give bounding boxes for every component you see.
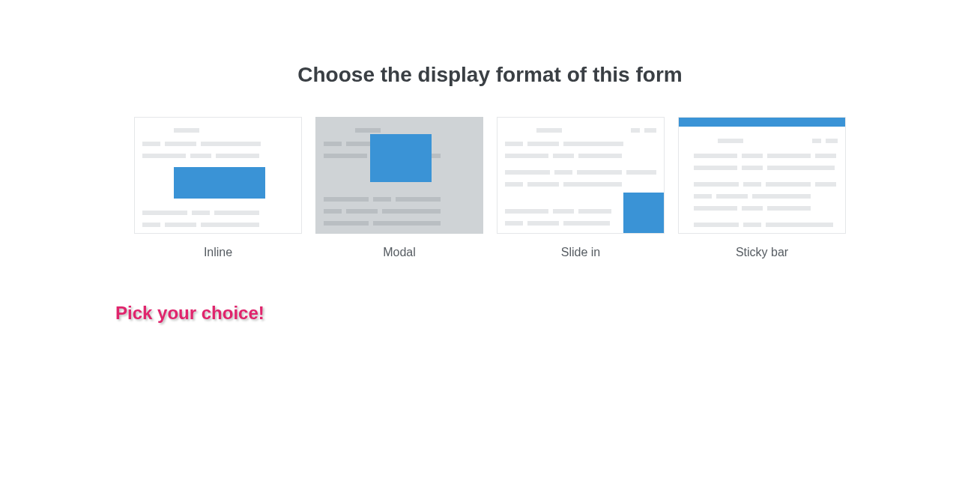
option-slide-in[interactable]: Slide in	[497, 117, 665, 259]
page-heading: Choose the display format of this form	[0, 63, 980, 87]
option-modal-preview	[315, 117, 483, 234]
sticky-bar-form-icon	[679, 118, 845, 127]
annotation-callout: Pick your choice!	[115, 303, 264, 324]
modal-form-icon	[370, 134, 432, 182]
option-inline-label: Inline	[134, 246, 302, 259]
option-sticky-bar-preview	[678, 117, 846, 234]
form-display-chooser: Choose the display format of this form I…	[0, 0, 980, 259]
format-options: Inline Modal	[0, 117, 980, 259]
option-slide-in-preview	[497, 117, 665, 234]
option-modal[interactable]: Modal	[315, 117, 483, 259]
option-modal-label: Modal	[315, 246, 483, 259]
option-inline[interactable]: Inline	[134, 117, 302, 259]
option-inline-preview	[134, 117, 302, 234]
inline-form-icon	[174, 167, 265, 199]
slide-in-form-icon	[623, 193, 665, 234]
option-sticky-bar[interactable]: Sticky bar	[678, 117, 846, 259]
option-slide-in-label: Slide in	[497, 246, 665, 259]
option-sticky-bar-label: Sticky bar	[678, 246, 846, 259]
